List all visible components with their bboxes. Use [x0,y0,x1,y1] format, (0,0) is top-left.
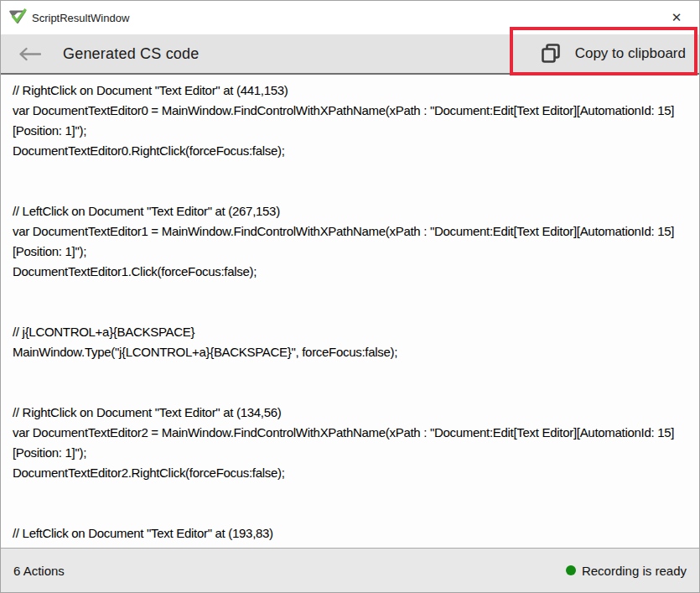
code-block: // LeftClick on Document "Text Editor" a… [13,201,687,282]
copy-button-label: Copy to clipboard [575,45,686,62]
window-title: ScriptResultWindow [32,12,129,24]
app-logo-icon [8,8,28,28]
code-line: var DocumentTextEditor2 = MainWindow.Fin… [13,423,687,463]
copy-to-clipboard-button[interactable]: Copy to clipboard [540,42,686,65]
titlebar: ScriptResultWindow ✕ [1,1,699,34]
status-dot-icon [566,565,576,575]
code-line: DocumentTextEditor1.Click(forceFocus:fal… [13,262,687,282]
code-line: var DocumentTextEditor0 = MainWindow.Fin… [13,101,687,141]
code-line: DocumentTextEditor2.RightClick(forceFocu… [13,463,687,483]
code-line: // j{LCONTROL+a}{BACKSPACE} [13,322,687,342]
header: Generated CS code Copy to clipboard [1,34,699,75]
back-arrow-icon[interactable] [18,47,41,61]
code-line: var DocumentTextEditor1 = MainWindow.Fin… [13,221,687,262]
code-block: // LeftClick on Document "Text Editor" a… [13,523,687,548]
copy-icon [540,42,563,65]
code-line: // LeftClick on Document "Text Editor" a… [13,201,687,221]
generated-code-panel[interactable]: // RightClick on Document "Text Editor" … [1,75,699,548]
script-result-window: ScriptResultWindow ✕ Generated CS code C… [0,0,700,593]
code-line: DocumentTextEditor0.RightClick(forceFocu… [13,141,687,161]
recording-status: Recording is ready [566,564,687,578]
status-text: Recording is ready [582,564,687,578]
page-title: Generated CS code [63,45,200,63]
code-block: // RightClick on Document "Text Editor" … [13,403,687,483]
status-bar: 6 Actions Recording is ready [1,548,699,592]
close-icon[interactable]: ✕ [664,5,689,30]
code-line: // RightClick on Document "Text Editor" … [13,403,687,423]
code-line: // LeftClick on Document "Text Editor" a… [13,523,687,544]
code-block: // j{LCONTROL+a}{BACKSPACE}MainWindow.Ty… [13,322,687,362]
code-line: // RightClick on Document "Text Editor" … [13,81,687,101]
code-line: MainWindow.Type("j{LCONTROL+a}{BACKSPACE… [13,342,687,362]
actions-count: 6 Actions [13,564,65,578]
code-block: // RightClick on Document "Text Editor" … [13,81,687,161]
